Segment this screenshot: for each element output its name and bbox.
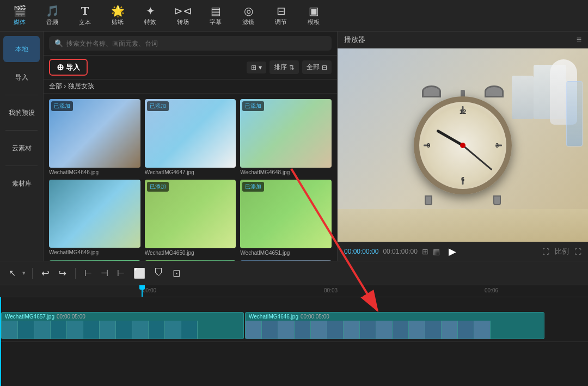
track-row: WechatIMG4657.jpg 00:00:05:00 [0,309,588,342]
media-thumbnail [49,180,140,248]
media-panel: 🔍 ⊕ 导入 ⊞ ▾ 排序 ⇅ 全部 ⊟ [44,32,338,261]
track-clip-2[interactable]: WechatIMG4646.jpg 00:00:05:00 [245,312,544,339]
sort-icon: ⇅ [289,64,295,71]
preview-title: 播放器 [344,35,365,45]
undo-tool[interactable]: ↩ [39,265,52,281]
toolbar-media[interactable]: 🎬 媒体 [4,2,35,29]
media-thumbnail: 已添加 [240,180,332,248]
toolbar-effects[interactable]: ✦ 特效 [135,2,166,29]
track-clip-1[interactable]: WechatIMG4657.jpg 00:00:05:00 [1,312,244,339]
sidebar-divider2 [5,130,38,131]
crop-tool[interactable]: ⬜ [131,265,148,281]
media-thumbnail [49,260,140,261]
clip-thumbnails-2 [246,321,544,339]
effects-icon: ✦ [146,5,155,16]
trim-right-tool[interactable]: ⊢ [115,266,127,280]
filename: WechatIMG4647.jpg [145,169,236,175]
media-thumbnail [240,260,332,261]
sort-button[interactable]: 排序 ⇅ [270,60,299,74]
sidebar-item-import[interactable]: 导入 [3,64,40,90]
toolbar-subtitle[interactable]: ▤ 字幕 [200,2,231,29]
toolbar-adjust[interactable]: ⊟ 调节 [266,2,296,29]
mask-tool[interactable]: ⛉ [152,265,166,281]
split-tool[interactable]: ⊢ [82,266,94,280]
filename: WechatIMG4648.jpg [240,169,332,175]
timeline-ruler: 00:00 00:03 00:06 00:09 [0,285,588,297]
subtitle-icon: ▤ [211,5,221,16]
ratio-label[interactable]: 比例 [555,247,569,256]
list-item[interactable] [240,260,332,261]
trim-left-tool[interactable]: ⊣ [99,266,111,280]
cursor-tool[interactable]: ↖ [7,266,18,280]
toolbar-divider1 [32,268,33,279]
search-input[interactable] [66,40,326,47]
list-item[interactable]: WechatIMG4649.jpg [49,180,140,256]
media-actions: ⊕ 导入 ⊞ ▾ 排序 ⇅ 全部 ⊟ [44,56,337,79]
sidebar-item-mypresent[interactable]: 我的预设 [3,100,40,126]
search-input-wrap[interactable]: 🔍 [49,36,332,51]
filename: WechatIMG4650.jpg [145,250,236,256]
menu-icon[interactable]: ≡ [577,35,581,45]
text-icon: T [81,5,89,17]
cursor-chevron[interactable]: ▾ [22,269,26,277]
ruler-mark-2: 00:06 [485,287,498,293]
sidebar-item-library[interactable]: 素材库 [3,170,40,197]
view-toggle[interactable]: ⊞ ▾ [247,62,266,73]
added-badge: 已添加 [242,182,264,192]
toolbar-filter[interactable]: ◎ 滤镜 [233,2,264,29]
template-icon: ▣ [309,5,319,16]
timeline-grid-icon[interactable]: ⊞ [422,247,428,256]
media-thumbnail: 已添加 [145,180,236,248]
toolbar-text[interactable]: T 文本 [70,2,100,29]
fullscreen-preview-icon[interactable]: ⛶ [542,248,549,256]
preview-controls: 00:00:00:00 00:01:00:00 ⊞ ▦ ▶ ⛶ 比例 ⛶ [338,242,588,261]
playhead [0,297,1,386]
filter-icon: ⊟ [322,64,327,71]
added-badge: 已添加 [147,182,169,192]
preview-header: 播放器 ≡ [338,32,588,48]
ruler-mark-1: 00:03 [324,287,338,293]
timeline-grid2-icon[interactable]: ▦ [433,247,440,256]
list-item[interactable] [145,260,236,261]
main-area: 本地 导入 我的预设 云素材 素材库 🔍 ⊕ 导入 [0,32,588,261]
sidebar-item-local[interactable]: 本地 [3,36,40,62]
media-grid: 已添加 WechatIMG4646.jpg 已添加 WechatIMG4647.… [44,94,337,261]
list-item[interactable]: 已添加 WechatIMG4650.jpg [145,180,236,256]
toolbar-sticker[interactable]: 🌟 贴纸 [102,2,133,29]
import-button[interactable]: ⊕ 导入 [49,59,88,76]
audio-icon: 🎵 [46,5,59,16]
media-thumbnail: 已添加 [145,99,236,168]
expand-icon[interactable]: ⛶ [574,248,581,256]
media-thumbnail: 已添加 [240,99,332,168]
toolbar-transition[interactable]: ⊳⊲ 转场 [168,2,198,29]
replace-tool[interactable]: ⊡ [170,265,183,281]
play-button[interactable]: ▶ [449,246,456,258]
left-sidebar: 本地 导入 我的预设 云素材 素材库 [0,32,44,261]
sidebar-item-cloud[interactable]: 云素材 [3,135,40,161]
search-icon: 🔍 [54,39,63,47]
redo-tool[interactable]: ↪ [56,265,69,281]
list-item[interactable]: 已添加 WechatIMG4651.jpg [240,180,332,256]
timeline-area: ↖ ▾ ↩ ↪ ⊢ ⊣ ⊢ ⬜ ⛉ ⊡ 00:00 00:03 00:06 00… [0,261,588,386]
toolbar-audio[interactable]: 🎵 音频 [37,2,68,29]
list-item[interactable] [49,260,140,261]
sidebar-divider3 [5,166,38,166]
added-badge: 已添加 [242,101,264,111]
timeline-toolbar: ↖ ▾ ↩ ↪ ⊢ ⊣ ⊢ ⬜ ⛉ ⊡ [0,261,588,285]
grid-icon: ⊞ [251,64,256,71]
toolbar-divider2 [75,268,76,279]
list-item[interactable]: 已添加 WechatIMG4646.jpg [49,99,140,175]
clip-header: WechatIMG4657.jpg 00:00:05:00 [2,313,243,321]
track-area: WechatIMG4657.jpg 00:00:05:00 [0,297,588,386]
media-icon: 🎬 [13,5,27,16]
preview-video: 12 3 6 9 [338,48,588,242]
media-thumbnail: 已添加 [49,99,140,168]
filter-button[interactable]: 全部 ⊟ [302,60,332,74]
plus-icon: ⊕ [57,62,64,72]
adjust-icon: ⊟ [277,5,286,16]
added-badge: 已添加 [51,101,73,111]
clip-thumbnails [2,321,243,339]
toolbar-template[interactable]: ▣ 模板 [298,2,329,29]
list-item[interactable]: 已添加 WechatIMG4647.jpg [145,99,236,175]
list-item[interactable]: 已添加 WechatIMG4648.jpg [240,99,332,175]
